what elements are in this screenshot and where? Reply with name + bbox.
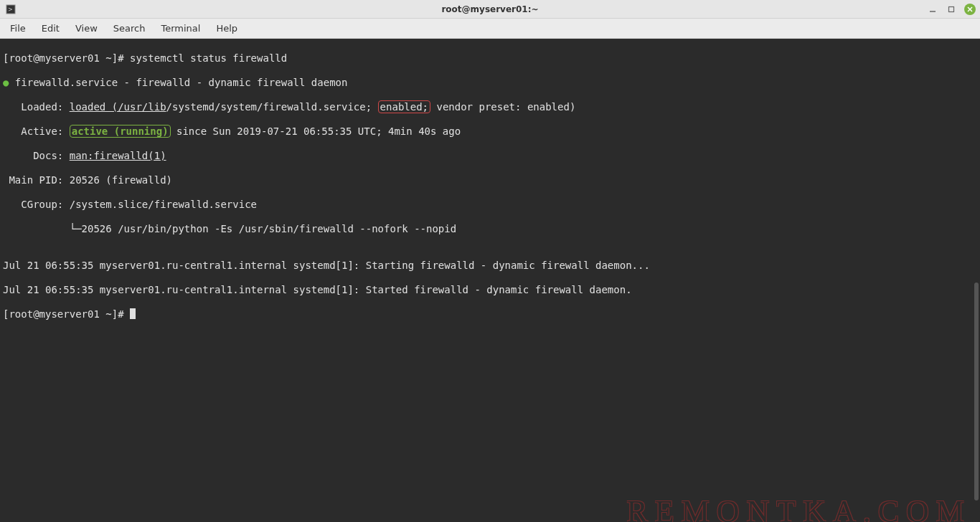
menu-terminal[interactable]: Terminal [154, 20, 207, 37]
service-line: firewalld.service - firewalld - dynamic … [9, 77, 347, 88]
svg-rect-3 [949, 6, 954, 11]
window-title: root@myserver01:~ [441, 4, 538, 14]
shell-prompt: [root@myserver01 ~]# [3, 52, 130, 64]
active-status: active (running) [72, 125, 169, 137]
enabled-highlight: enabled; [378, 100, 430, 113]
loaded-suffix: vendor preset: enabled) [430, 101, 575, 113]
svg-text:>: > [8, 6, 13, 13]
titlebar: > root@myserver01:~ [0, 0, 980, 19]
cursor-icon [130, 308, 136, 319]
log-line-1: Jul 21 06:55:35 myserver01.ru-central1.i… [3, 260, 977, 272]
menubar: File Edit View Search Terminal Help [0, 19, 980, 39]
cgroup-line: CGroup: /system.slice/firewalld.service [3, 199, 977, 211]
loaded-label: Loaded: [3, 101, 70, 113]
docs-link: man:firewalld(1) [70, 150, 166, 161]
terminal-window: > root@myserver01:~ File Edit View Searc… [0, 0, 980, 522]
docs-label: Docs: [3, 150, 70, 161]
maximize-button[interactable] [946, 4, 957, 15]
command-text: systemctl status firewalld [130, 52, 287, 64]
minimize-button[interactable] [927, 4, 938, 15]
window-controls [927, 4, 976, 15]
main-pid-line: Main PID: 20526 (firewalld) [3, 174, 977, 186]
active-since: since Sun 2019-07-21 06:55:35 UTC; 4min … [171, 125, 461, 137]
menu-help[interactable]: Help [209, 20, 245, 37]
shell-prompt-2: [root@myserver01 ~]# [3, 308, 130, 320]
terminal-area[interactable]: [root@myserver01 ~]# systemctl status fi… [0, 39, 980, 522]
active-highlight: active (running) [70, 125, 171, 138]
scrollbar-thumb[interactable] [974, 283, 979, 500]
scrollbar[interactable] [971, 39, 979, 522]
menu-view[interactable]: View [68, 20, 105, 37]
cgroup-child-line: └─20526 /usr/bin/python -Es /usr/sbin/fi… [3, 223, 977, 235]
active-label: Active: [3, 125, 70, 137]
menu-edit[interactable]: Edit [34, 20, 67, 37]
loaded-path: loaded (/usr/lib [70, 101, 166, 113]
menu-search[interactable]: Search [106, 20, 153, 37]
app-icon: > [6, 4, 16, 14]
log-line-2: Jul 21 06:55:35 myserver01.ru-central1.i… [3, 284, 977, 296]
watermark-text: REMONTKA.COM [626, 506, 971, 518]
menu-file[interactable]: File [3, 20, 33, 37]
close-button[interactable] [964, 4, 976, 15]
loaded-path2: /systemd/system/firewalld.service; [166, 101, 378, 113]
